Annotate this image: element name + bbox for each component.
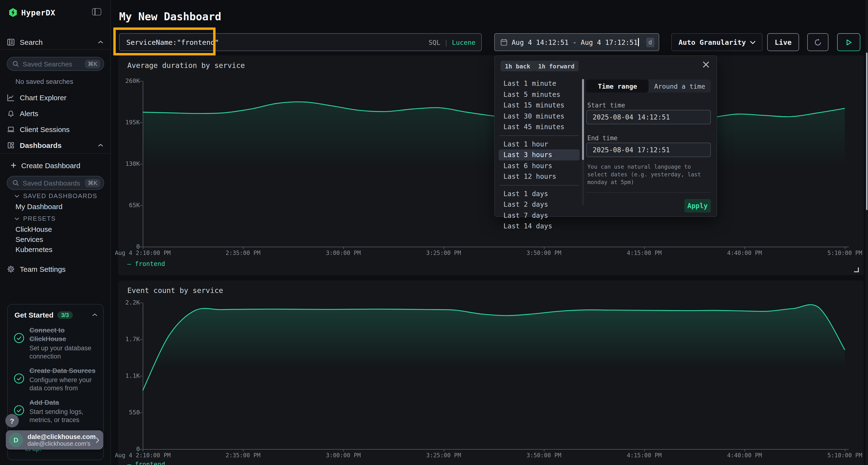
- chart-plot-area[interactable]: [143, 303, 845, 449]
- check-circle-icon: [13, 405, 25, 416]
- chart-plot-area[interactable]: [143, 81, 845, 247]
- y-axis-tick: [140, 412, 142, 413]
- x-axis-label: 4:40:00 PM: [711, 250, 778, 256]
- page-scrollbar[interactable]: [866, 0, 868, 465]
- time-option[interactable]: Last 1 minute: [499, 78, 580, 89]
- sidebar-item-my-dashboard[interactable]: My Dashboard: [16, 202, 62, 210]
- filter-query-input[interactable]: ServiceName:"frontend" SQL | Lucene: [119, 33, 482, 51]
- y-axis-tick: [140, 247, 142, 247]
- get-started-item[interactable]: Connect to ClickHouseSet up your databas…: [8, 322, 103, 362]
- filter-query-text: ServiceName:"frontend": [126, 38, 219, 46]
- legend-item-frontend[interactable]: — frontend: [127, 461, 165, 465]
- time-option[interactable]: Last 5 minutes: [499, 89, 580, 100]
- chevron-right-icon: [95, 437, 99, 443]
- tab-around-a-time[interactable]: Around a time: [649, 79, 711, 93]
- user-org: dale@clickhouse.com's: [28, 440, 95, 447]
- time-back-button[interactable]: 1h back: [500, 61, 534, 71]
- sidebar: HyperDX Search Saved Searches ⌘K No save…: [0, 0, 111, 465]
- help-button[interactable]: ?: [5, 414, 19, 427]
- sidebar-item-kubernetes[interactable]: Kubernetes: [16, 245, 52, 254]
- time-range-options-list: Last 1 minuteLast 5 minutesLast 15 minut…: [499, 78, 580, 232]
- sidebar-item-clickhouse[interactable]: ClickHouse: [16, 225, 52, 233]
- time-option[interactable]: Last 6 hours: [499, 160, 580, 171]
- gear-icon: [7, 265, 15, 273]
- granularity-select[interactable]: Auto Granularity: [671, 33, 763, 51]
- live-button[interactable]: Live: [767, 33, 799, 51]
- section-saved-dashboards[interactable]: SAVED DASHBOARDS: [14, 192, 97, 199]
- sidebar-item-chart-explorer[interactable]: Chart Explorer: [0, 91, 111, 104]
- create-dashboard-button[interactable]: Create Dashboard: [0, 159, 111, 171]
- time-option[interactable]: Last 45 minutes: [499, 122, 580, 132]
- tab-time-range[interactable]: Time range: [586, 79, 649, 93]
- x-axis-tick: [544, 449, 545, 452]
- lucene-toggle[interactable]: Lucene: [452, 38, 475, 46]
- sql-toggle[interactable]: SQL: [429, 38, 440, 46]
- x-axis-label: 4:15:00 PM: [611, 452, 678, 459]
- chevron-up-icon[interactable]: [92, 313, 97, 317]
- x-axis-label: 3:50:00 PM: [510, 250, 578, 256]
- sidebar-collapse-icon[interactable]: [92, 8, 101, 15]
- panel-resize-handle[interactable]: [854, 267, 859, 272]
- time-range-input[interactable]: Aug 4 14:12:51 - Aug 4 17:12:51 d: [494, 33, 659, 51]
- x-axis-label: 3:00:00 PM: [310, 250, 377, 256]
- popup-scrollbar[interactable]: [582, 79, 584, 205]
- apply-button[interactable]: Apply: [684, 199, 711, 212]
- x-axis-label: Aug 4 2:10:00 PM: [109, 452, 177, 459]
- plus-icon: [10, 162, 17, 168]
- saved-searches-input[interactable]: Saved Searches ⌘K: [7, 57, 104, 71]
- get-started-item[interactable]: Create Data SourcesConfigure where your …: [8, 362, 103, 394]
- granularity-label: Auto Granularity: [679, 38, 746, 46]
- x-axis-label: 3:25:00 PM: [410, 250, 477, 256]
- sidebar-item-client-sessions[interactable]: Client Sessions: [0, 123, 111, 135]
- section-presets[interactable]: PRESETS: [14, 215, 56, 222]
- series-area-frontend: [143, 305, 845, 449]
- x-axis-tick: [243, 449, 244, 452]
- time-option[interactable]: Last 1 hour: [499, 138, 580, 150]
- run-query-button[interactable]: [837, 33, 860, 51]
- time-option[interactable]: Last 15 minutes: [499, 100, 580, 110]
- saved-dashboards-input[interactable]: Saved Dashboards ⌘K: [7, 176, 104, 190]
- sidebar-item-alerts[interactable]: Alerts: [0, 107, 111, 120]
- user-chip[interactable]: D dale@clickhouse.com dale@clickhouse.co…: [6, 430, 103, 450]
- x-axis-label: 2:35:00 PM: [209, 452, 277, 459]
- x-axis-label: 3:00:00 PM: [310, 452, 377, 459]
- legend-item-frontend[interactable]: — frontend: [127, 260, 165, 267]
- get-started-item-desc: Set up your database connection: [29, 344, 98, 360]
- get-started-item-title: Connect to ClickHouse: [29, 326, 98, 343]
- time-option[interactable]: Last 3 hours: [499, 150, 580, 160]
- time-option[interactable]: Last 12 hours: [499, 171, 580, 182]
- time-forward-button[interactable]: 1h forward: [534, 61, 579, 71]
- time-option[interactable]: Last 14 days: [499, 221, 580, 232]
- x-axis-tick: [644, 449, 645, 452]
- end-time-input[interactable]: 2025-08-04 17:12:51: [586, 143, 711, 157]
- popup-scrollbar-thumb[interactable]: [582, 79, 584, 160]
- get-started-item-desc: Configure where your data comes from: [29, 376, 98, 392]
- no-saved-searches-text: No saved searches: [16, 77, 73, 85]
- chart-title: Average duration by service: [127, 61, 245, 70]
- time-option[interactable]: Last 2 days: [499, 199, 580, 210]
- sidebar-item-services[interactable]: Services: [16, 235, 43, 243]
- x-axis-tick: [143, 247, 143, 249]
- y-axis-label: 550: [111, 409, 140, 416]
- refresh-button[interactable]: [807, 33, 829, 51]
- sidebar-item-dashboards[interactable]: Dashboards: [0, 139, 111, 151]
- page-title: My New Dashboard: [119, 10, 221, 23]
- x-axis-tick: [745, 449, 745, 452]
- time-picker-popup: 1h back 1h forward Last 1 minuteLast 5 m…: [494, 56, 717, 217]
- time-option[interactable]: Last 1 days: [499, 188, 580, 199]
- y-axis-tick: [140, 376, 142, 376]
- start-time-input[interactable]: 2025-08-04 14:12:51: [586, 110, 711, 124]
- time-option[interactable]: Last 30 minutes: [499, 110, 580, 122]
- y-axis-tick: [140, 205, 142, 206]
- page-scrollbar-thumb[interactable]: [866, 53, 868, 210]
- sidebar-item-team-settings[interactable]: Team Settings: [0, 263, 111, 275]
- divider: [586, 192, 711, 193]
- get-started-item[interactable]: Add DataStart sending logs, metrics, or …: [8, 394, 103, 426]
- time-option[interactable]: Last 7 days: [499, 210, 580, 221]
- sidebar-item-search[interactable]: Search: [0, 36, 111, 48]
- x-axis-label: 2:35:00 PM: [209, 250, 277, 256]
- x-axis-tick: [444, 449, 444, 452]
- y-axis-label: 130K: [111, 160, 140, 167]
- get-started-item-title: Add Data: [29, 398, 98, 407]
- x-axis-label: Aug 4 2:10:00 PM: [109, 250, 177, 256]
